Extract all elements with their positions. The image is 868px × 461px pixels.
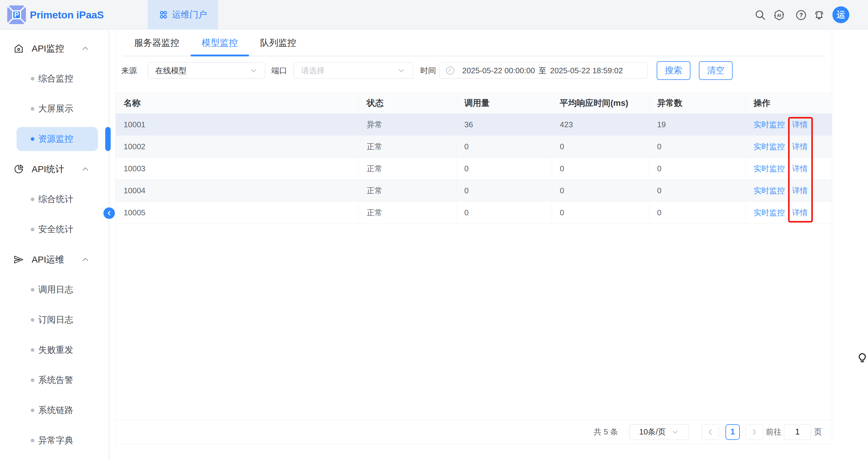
port-select[interactable]: 请选择	[293, 62, 413, 79]
sidebar-item-调用日志[interactable]: 调用日志	[0, 275, 108, 305]
chevron-up-icon	[81, 255, 90, 264]
app-header: P Primeton iPaaS 运维门户 AI ? 运	[0, 0, 868, 30]
user-avatar[interactable]: 运	[832, 6, 849, 23]
realtime-monitor-link[interactable]: 实时监控	[753, 119, 785, 130]
page-number-1[interactable]: 1	[725, 424, 740, 440]
chevron-left-icon	[106, 210, 112, 216]
realtime-monitor-link[interactable]: 实时监控	[753, 185, 785, 196]
sidebar-item-资源监控[interactable]: 资源监控	[0, 124, 108, 154]
cell-avg: 0	[552, 202, 649, 223]
next-page-button[interactable]	[745, 424, 764, 440]
cell-name: 10003	[116, 158, 359, 179]
time-label: 时间	[420, 65, 436, 76]
pagination-bar: 共 5 条 10条/页 1 前往 页	[116, 420, 832, 444]
sidebar-item-安全统计[interactable]: 安全统计	[0, 214, 108, 245]
table-header-row: 名称 状态 调用量 平均响应时间(ms) 异常数 操作	[116, 93, 832, 114]
realtime-monitor-link[interactable]: 实时监控	[753, 208, 785, 218]
bullet-dot-icon	[31, 107, 34, 111]
sidebar-item-大屏展示[interactable]: 大屏展示	[0, 94, 108, 124]
bullet-dot-icon	[31, 318, 34, 322]
source-select-value: 在线模型	[155, 65, 187, 76]
sidebar-item-异常字典[interactable]: 异常字典	[0, 425, 108, 456]
sidebar-item-label: 系统链路	[38, 404, 73, 417]
sidebar-item-系统链路[interactable]: 系统链路	[0, 395, 108, 425]
realtime-monitor-link[interactable]: 实时监控	[753, 163, 785, 174]
help-icon[interactable]: ?	[795, 9, 807, 21]
cell-errors: 0	[649, 158, 746, 179]
chevron-up-icon	[81, 165, 90, 173]
time-range-input[interactable]: 2025-05-22 00:00:00 至 2025-05-22 18:59:0…	[440, 62, 648, 79]
sidebar-item-订阅日志[interactable]: 订阅日志	[0, 305, 108, 335]
bullet-dot-icon	[31, 288, 34, 291]
cell-errors: 0	[649, 136, 746, 157]
pagination-total: 共 5 条	[594, 427, 618, 437]
sidebar-item-label: 订阅日志	[38, 314, 73, 326]
sidebar-item-label: 安全统计	[38, 223, 73, 236]
brand-logo: P Primeton iPaaS	[7, 0, 104, 30]
sidebar-item-综合监控[interactable]: 综合监控	[0, 64, 108, 94]
previous-page-button[interactable]	[702, 424, 719, 440]
chevron-left-icon	[706, 428, 714, 436]
current-page-label: 1	[730, 427, 735, 437]
bullet-dot-icon	[31, 137, 34, 141]
sidebar-group-API监控[interactable]: API监控	[0, 33, 108, 64]
sidebar-nav: API监控综合监控大屏展示资源监控API统计综合统计安全统计API运维调用日志订…	[0, 30, 108, 461]
tab-server-monitor[interactable]: 服务器监控	[123, 30, 190, 56]
page-size-select[interactable]: 10条/页	[629, 424, 689, 440]
sidebar-item-label: 系统告警	[38, 374, 73, 386]
red-annotation-box	[788, 117, 813, 222]
sidebar-item-label: 综合统计	[38, 193, 73, 205]
column-header-calls: 调用量	[457, 93, 552, 113]
time-end-value: 2025-05-22 18:59:02	[550, 66, 623, 75]
lightbulb-icon[interactable]	[858, 353, 867, 364]
pie-chart-icon	[13, 164, 24, 174]
tab-queue-monitor[interactable]: 队列监控	[249, 30, 308, 56]
goto-page-input[interactable]	[784, 424, 811, 440]
content-panel: 服务器监控 模型监控 队列监控 来源 在线模型 端口 请选择 时间 2025-0…	[116, 30, 832, 444]
search-button[interactable]: 搜索	[657, 61, 690, 80]
portal-tab[interactable]: 运维门户	[148, 0, 218, 30]
cell-avg: 0	[552, 158, 649, 179]
table-row: 10001异常3642319实时监控详情	[116, 114, 832, 136]
cell-name: 10004	[116, 180, 359, 202]
bullet-dot-icon	[31, 439, 34, 442]
bullet-dot-icon	[31, 228, 34, 231]
cell-calls: 0	[457, 202, 552, 223]
sidebar-group-label: API运维	[32, 253, 64, 266]
page-size-value: 10条/页	[639, 427, 666, 437]
sidebar-item-系统告警[interactable]: 系统告警	[0, 365, 108, 395]
active-indicator-bar	[105, 127, 111, 151]
table-row: 10004正常000实时监控详情	[116, 180, 832, 202]
clear-button-label: 清空	[707, 64, 724, 76]
sidebar-item-失败重发[interactable]: 失败重发	[0, 335, 108, 365]
page-unit-label: 页	[814, 427, 822, 437]
bullet-dot-icon	[31, 408, 34, 412]
sidebar-group-API统计[interactable]: API统计	[0, 154, 108, 184]
monitor-tabs: 服务器监控 模型监控 队列监控	[123, 30, 825, 56]
avatar-text: 运	[837, 9, 845, 21]
cell-errors: 19	[649, 114, 746, 135]
svg-text:AI: AI	[777, 13, 781, 18]
sidebar-item-label: 综合监控	[38, 73, 73, 85]
tab-label: 模型监控	[202, 37, 238, 49]
bullet-dot-icon	[31, 77, 34, 81]
realtime-monitor-link[interactable]: 实时监控	[753, 142, 785, 152]
clear-button[interactable]: 清空	[699, 61, 733, 80]
source-label: 来源	[121, 65, 137, 76]
sidebar-collapse-button[interactable]	[103, 208, 115, 219]
search-icon[interactable]	[755, 9, 766, 21]
sidebar-item-综合统计[interactable]: 综合统计	[0, 184, 108, 214]
source-select[interactable]: 在线模型	[148, 62, 265, 79]
notification-bell-icon[interactable]	[813, 9, 825, 21]
sidebar-group-API运维[interactable]: API运维	[0, 245, 108, 275]
ai-assistant-icon[interactable]: AI	[773, 9, 785, 21]
svg-text:P: P	[14, 10, 19, 19]
sidebar-item-label: 失败重发	[38, 344, 73, 356]
cell-status: 正常	[359, 180, 457, 202]
column-header-ops: 操作	[746, 93, 832, 113]
cell-avg: 423	[552, 114, 649, 135]
tab-model-monitor[interactable]: 模型监控	[190, 30, 249, 56]
bullet-dot-icon	[31, 378, 34, 382]
monitor-table: 名称 状态 调用量 平均响应时间(ms) 异常数 操作 10001异常36423…	[116, 93, 832, 224]
brand-title: Primeton iPaaS	[30, 9, 104, 21]
